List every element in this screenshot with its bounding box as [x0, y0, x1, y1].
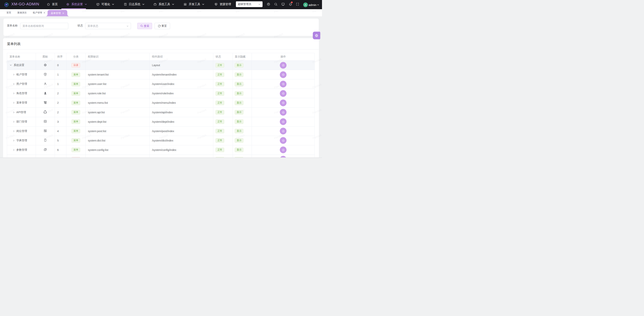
svg-text:中: 中: [268, 3, 270, 5]
svg-text:PANDA: PANDA: [6, 4, 7, 5]
